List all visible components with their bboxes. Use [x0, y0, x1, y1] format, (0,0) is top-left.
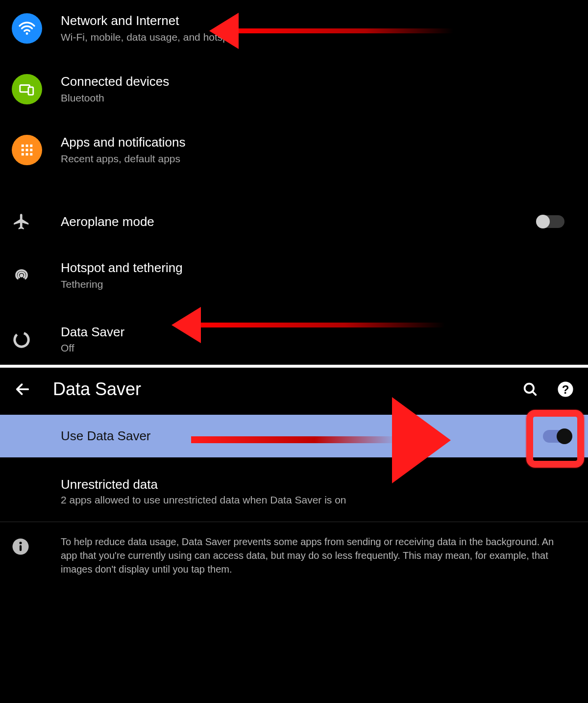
svg-point-13	[13, 330, 30, 348]
svg-rect-8	[30, 149, 32, 151]
hotspot-icon	[12, 266, 31, 285]
svg-rect-18	[20, 545, 22, 551]
settings-item-title: Apps and notifications	[61, 134, 576, 151]
settings-item-title: Aeroplane mode	[61, 214, 537, 230]
app-bar: Data Saver ?	[0, 368, 588, 415]
unrestricted-data-subtitle: 2 apps allowed to use unrestricted data …	[61, 494, 346, 506]
svg-rect-6	[22, 149, 24, 151]
svg-rect-11	[30, 153, 32, 156]
info-row: To help reduce data usage, Data Saver pr…	[0, 526, 588, 585]
settings-item-aeroplane-mode[interactable]: Aeroplane mode	[0, 204, 588, 239]
airplane-icon	[12, 212, 31, 231]
info-icon	[12, 535, 61, 576]
svg-point-0	[26, 32, 28, 35]
settings-item-hotspot[interactable]: Hotspot and tethering Tethering	[0, 252, 588, 299]
info-text: To help reduce data usage, Data Saver pr…	[61, 535, 576, 576]
data-saver-icon	[12, 330, 31, 350]
svg-text:?: ?	[562, 383, 569, 396]
settings-item-subtitle: Recent apps, default apps	[61, 152, 576, 166]
svg-rect-10	[26, 153, 28, 156]
back-button[interactable]	[12, 378, 33, 400]
settings-item-connected-devices[interactable]: Connected devices Bluetooth	[0, 66, 588, 113]
settings-item-title: Hotspot and tethering	[61, 260, 576, 276]
settings-item-title: Network and Internet	[61, 13, 576, 29]
svg-point-12	[20, 274, 24, 278]
aeroplane-mode-toggle[interactable]	[537, 215, 564, 228]
use-data-saver-row[interactable]: Use Data Saver	[0, 415, 588, 457]
apps-grid-icon	[12, 135, 42, 165]
unrestricted-data-title: Unrestricted data	[61, 477, 158, 492]
page-title: Data Saver	[53, 379, 506, 400]
svg-rect-5	[30, 145, 32, 147]
svg-rect-7	[26, 149, 28, 151]
wifi-icon	[12, 13, 42, 44]
help-button[interactable]: ?	[555, 378, 576, 400]
annotation-arrow-icon	[191, 436, 397, 443]
annotation-highlight-box	[526, 410, 584, 468]
svg-rect-2	[28, 87, 33, 95]
settings-item-subtitle: Bluetooth	[61, 91, 576, 105]
svg-rect-4	[26, 145, 28, 147]
settings-item-subtitle: Tethering	[61, 277, 576, 291]
divider	[0, 522, 588, 522]
use-data-saver-label: Use Data Saver	[61, 428, 151, 443]
settings-item-title: Connected devices	[61, 74, 576, 90]
data-saver-panel: Data Saver ? Use Data Saver Unrestricted…	[0, 365, 588, 703]
svg-rect-3	[22, 145, 24, 147]
devices-icon	[12, 74, 42, 104]
settings-item-apps[interactable]: Apps and notifications Recent apps, defa…	[0, 126, 588, 174]
settings-list-panel: Network and Internet Wi-Fi, mobile, data…	[0, 0, 588, 365]
svg-point-19	[19, 542, 22, 544]
svg-rect-9	[22, 153, 24, 156]
search-button[interactable]	[519, 378, 541, 400]
settings-item-subtitle: Off	[61, 341, 576, 355]
unrestricted-data-row[interactable]: Unrestricted data 2 apps allowed to use …	[0, 465, 588, 518]
annotation-arrow-icon	[195, 323, 445, 327]
annotation-arrow-icon	[233, 28, 453, 33]
